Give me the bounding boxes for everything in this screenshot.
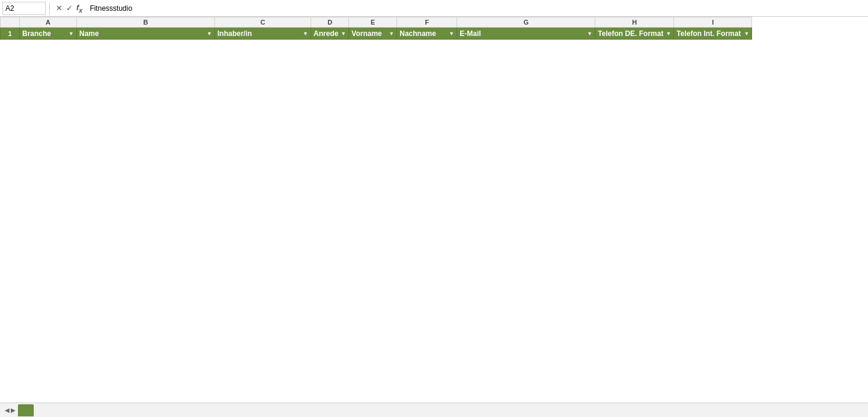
col-header-G[interactable]: G	[457, 17, 595, 28]
table-body: 1 Branche▼ Name▼ Inhaber/in▼ Anrede▼ Vor…	[1, 28, 752, 40]
formula-bar: A2 ✕ ✓ fx	[0, 0, 868, 17]
col-header-F[interactable]: F	[397, 17, 457, 28]
cell-A1[interactable]: Branche▼	[20, 28, 77, 40]
sheet-scroll-arrows[interactable]: ◀ ▶	[5, 407, 16, 413]
confirm-icon[interactable]: ✓	[66, 4, 73, 13]
cell-B1[interactable]: Name▼	[77, 28, 215, 40]
col-header-H[interactable]: H	[595, 17, 674, 28]
cell-C1[interactable]: Inhaber/in▼	[215, 28, 311, 40]
formula-icons: ✕ ✓ fx	[53, 3, 85, 14]
cell-I1[interactable]: Telefon Int. Format▼	[674, 28, 752, 40]
spreadsheet: A B C D E F G H I 1 Branche▼ Name▼ Inha	[0, 17, 868, 403]
col-header-D[interactable]: D	[311, 17, 349, 28]
table-container[interactable]: A B C D E F G H I 1 Branche▼ Name▼ Inha	[0, 17, 868, 403]
sheet-tab-fitnessstudios[interactable]	[18, 404, 34, 416]
spreadsheet-table: A B C D E F G H I 1 Branche▼ Name▼ Inha	[0, 17, 752, 40]
tab-bar: ◀ ▶	[0, 403, 868, 417]
cell-reference-box[interactable]: A2	[2, 2, 46, 15]
cell-E1[interactable]: Vorname▼	[349, 28, 397, 40]
cell-G1[interactable]: E-Mail▼	[457, 28, 595, 40]
scroll-left-icon[interactable]: ◀	[5, 407, 10, 413]
formula-input[interactable]	[87, 2, 866, 15]
col-header-E[interactable]: E	[349, 17, 397, 28]
col-header-I[interactable]: I	[674, 17, 752, 28]
col-header-B[interactable]: B	[77, 17, 215, 28]
row-num-1: 1	[1, 28, 20, 40]
add-sheet-button[interactable]	[36, 404, 48, 416]
data-header-row: 1 Branche▼ Name▼ Inhaber/in▼ Anrede▼ Vor…	[1, 28, 752, 40]
scroll-right-icon[interactable]: ▶	[11, 407, 16, 413]
cancel-icon[interactable]: ✕	[56, 4, 62, 13]
cell-F1[interactable]: Nachname▼	[397, 28, 457, 40]
cell-H1[interactable]: Telefon DE. Format▼	[595, 28, 674, 40]
column-header-row: A B C D E F G H I	[1, 17, 752, 28]
col-header-A[interactable]: A	[20, 17, 77, 28]
col-header-C[interactable]: C	[215, 17, 311, 28]
corner-cell	[1, 17, 20, 28]
cell-ref-value: A2	[5, 4, 14, 13]
cell-D1[interactable]: Anrede▼	[311, 28, 349, 40]
function-icon[interactable]: fx	[76, 3, 82, 14]
formula-bar-divider	[49, 2, 50, 14]
